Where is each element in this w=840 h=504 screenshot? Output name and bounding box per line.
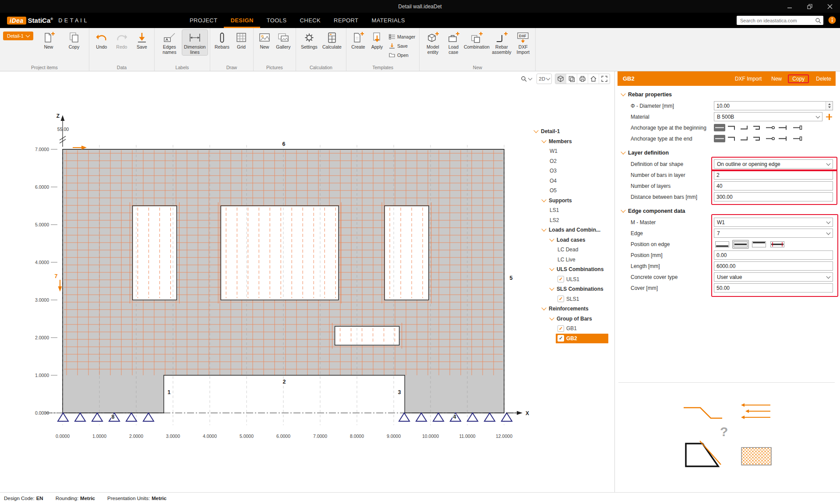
position-middle-icon[interactable] <box>732 240 749 249</box>
menu-tools[interactable]: TOOLS <box>260 13 293 28</box>
section-rebar-properties[interactable]: Rebar properties <box>615 89 840 100</box>
tree-item-sls1[interactable]: ✓SLS1 <box>531 294 608 304</box>
checkbox-icon[interactable]: ✓ <box>558 335 564 342</box>
menu-project[interactable]: PROJECT <box>183 13 224 28</box>
tree-item-lc-dead[interactable]: LC Dead <box>531 245 608 255</box>
rebar-assembly-button[interactable]: Rebar assembly <box>490 30 513 55</box>
anchorage-head-icon[interactable] <box>792 124 803 131</box>
zoom-dropdown[interactable] <box>519 74 533 84</box>
new-picture-button[interactable]: New <box>256 30 273 50</box>
redo-button[interactable]: Redo <box>112 30 132 50</box>
menu-materials[interactable]: MATERIALS <box>365 13 411 28</box>
tree-item-o5[interactable]: O5 <box>531 186 608 196</box>
tree-item-gb1[interactable]: ✓GB1 <box>531 324 608 334</box>
layers-icon[interactable] <box>566 74 577 84</box>
tree-item-sls-combinations[interactable]: SLS Combinations <box>531 284 608 294</box>
anchorage-head-icon[interactable] <box>792 135 803 142</box>
tree-item-uls-combinations[interactable]: ULS Combinations <box>531 264 608 275</box>
axonometry-icon[interactable] <box>555 74 566 84</box>
length-input[interactable] <box>714 261 833 271</box>
apply-template-button[interactable]: Apply <box>368 30 386 50</box>
section-edge-component-data[interactable]: Edge component data <box>615 205 840 217</box>
help-icon[interactable] <box>828 16 836 24</box>
home-view-icon[interactable] <box>588 74 599 84</box>
tree-item-o2[interactable]: O2 <box>531 156 608 166</box>
chevron-down-icon[interactable] <box>541 138 546 143</box>
tree-item-gb2[interactable]: ✓GB2 <box>556 334 608 344</box>
chevron-down-icon[interactable] <box>533 128 538 133</box>
tree-item-reinforcements[interactable]: Reinforcements <box>531 304 608 314</box>
undo-button[interactable]: Undo <box>92 30 112 50</box>
anchorage-bend-up-icon[interactable] <box>739 135 751 142</box>
chevron-down-icon[interactable] <box>549 236 554 241</box>
grid-button[interactable]: Grid <box>232 30 251 50</box>
menu-report[interactable]: REPORT <box>327 13 365 28</box>
cover-type-select[interactable]: User value <box>714 272 833 282</box>
checkbox-icon[interactable]: ✓ <box>558 276 564 282</box>
new-project-item-button[interactable]: New <box>36 30 61 50</box>
checkbox-icon[interactable]: ✓ <box>558 296 564 302</box>
rebars-button[interactable]: Rebars <box>212 30 232 50</box>
anchorage-straight-icon[interactable] <box>714 135 725 142</box>
position-top-icon[interactable] <box>751 240 767 249</box>
chevron-down-icon[interactable] <box>549 286 554 291</box>
chevron-down-icon[interactable] <box>541 227 546 232</box>
tree-item-loads-and-combin[interactable]: Loads and Combin... <box>531 225 608 235</box>
copy-project-item-button[interactable]: Copy <box>61 30 87 50</box>
menu-check[interactable]: CHECK <box>293 13 328 28</box>
calculate-button[interactable]: Calculate <box>320 30 344 50</box>
tree-item-ls1[interactable]: LS1 <box>531 205 608 215</box>
new-button[interactable]: New <box>771 76 782 82</box>
tree-item-w1[interactable]: W1 <box>531 146 608 156</box>
cover-input[interactable] <box>714 283 833 293</box>
material-select[interactable]: B 500B <box>714 112 822 121</box>
tree-item-ls2[interactable]: LS2 <box>531 215 608 226</box>
search-input[interactable] <box>737 16 823 25</box>
anchorage-loop-icon[interactable] <box>765 124 776 131</box>
dxf-import-button[interactable]: DXF DXF Import <box>513 30 533 55</box>
close-button[interactable] <box>820 0 840 13</box>
anchorage-loop-icon[interactable] <box>765 135 776 142</box>
master-select[interactable]: W1 <box>714 218 833 227</box>
checkbox-icon[interactable]: ✓ <box>558 325 564 332</box>
delete-button[interactable]: Delete <box>816 76 831 82</box>
position-custom-icon[interactable] <box>769 240 786 249</box>
tree-item-load-cases[interactable]: Load cases <box>531 235 608 245</box>
edges-names-button[interactable]: Edges names <box>157 30 182 55</box>
chevron-down-icon[interactable] <box>541 197 546 202</box>
anchorage-bend-down-icon[interactable] <box>727 135 738 142</box>
combination-button[interactable]: Combination <box>463 30 490 50</box>
bar-shape-select[interactable]: On outline or opening edge <box>714 159 833 169</box>
copy-button[interactable]: Copy <box>788 74 809 83</box>
dxf-import-button[interactable]: DXF Import <box>735 76 762 82</box>
number-of-layers-input[interactable] <box>714 181 833 190</box>
tree-item-uls1[interactable]: ✓ULS1 <box>531 275 608 285</box>
anchorage-bend-down-icon[interactable] <box>727 124 738 131</box>
tree-item-o4[interactable]: O4 <box>531 176 608 186</box>
anchorage-hook-icon[interactable] <box>752 135 763 142</box>
load-case-button[interactable]: Load case <box>444 30 463 55</box>
tree-item-o3[interactable]: O3 <box>531 166 608 176</box>
anchorage-plate-icon[interactable] <box>777 135 789 142</box>
create-template-button[interactable]: Create <box>349 30 368 50</box>
template-manager-button[interactable]: Manager <box>389 33 415 40</box>
chevron-down-icon[interactable] <box>549 315 554 320</box>
diameter-spinner[interactable] <box>826 102 833 110</box>
tree-item-group-of-bars[interactable]: Group of Bars <box>531 314 608 324</box>
template-save-button[interactable]: Save <box>389 42 415 49</box>
tree-item-lc-live[interactable]: LC Live <box>531 255 608 265</box>
dimension-lines-button[interactable]: Dimension lines <box>182 30 208 55</box>
anchorage-plate-icon[interactable] <box>777 124 789 131</box>
chevron-down-icon[interactable] <box>541 306 546 310</box>
canvas-drawing[interactable]: 0.00001.00002.00003.00004.00005.00006.00… <box>0 71 614 493</box>
bars-in-layer-input[interactable] <box>714 170 833 180</box>
settings-button[interactable]: Settings <box>298 30 320 50</box>
tree-item-supports[interactable]: Supports <box>531 196 608 206</box>
gallery-button[interactable]: Gallery <box>273 30 293 50</box>
anchorage-hook-icon[interactable] <box>752 124 763 131</box>
position-bottom-icon[interactable] <box>714 240 731 249</box>
position-input[interactable] <box>714 250 833 260</box>
search-icon[interactable] <box>815 17 822 24</box>
template-open-button[interactable]: Open <box>389 51 415 59</box>
diameter-input[interactable] <box>714 101 833 110</box>
